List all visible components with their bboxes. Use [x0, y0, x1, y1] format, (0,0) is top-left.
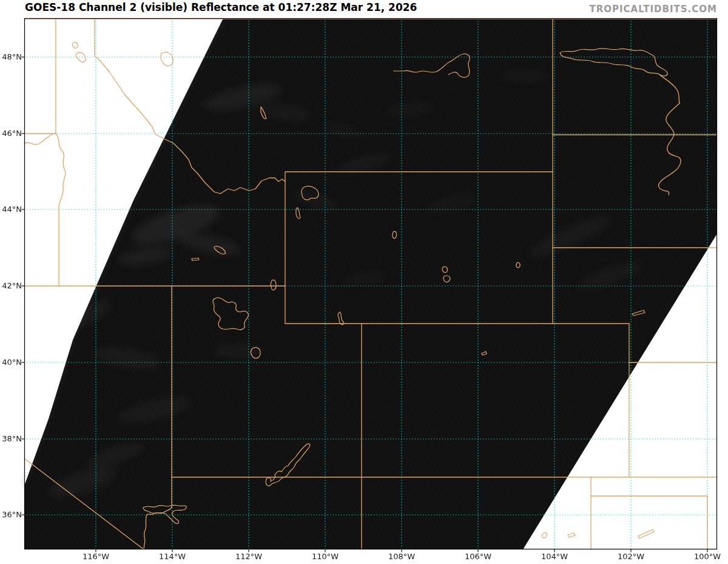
latitude-tick-label: 48°N — [0, 52, 22, 63]
latitude-tick-label: 38°N — [0, 433, 22, 444]
longitude-tick-label: 116°W — [76, 552, 115, 562]
longitude-tick-label: 112°W — [229, 552, 268, 562]
longitude-tick-label: 108°W — [382, 552, 421, 562]
latitude-tick-label: 44°N — [0, 204, 22, 215]
latitude-tick-label: 46°N — [0, 128, 22, 139]
longitude-tick-label: 104°W — [535, 552, 574, 562]
tropicaltidbits-watermark: TROPICALTIDBITS.COM — [590, 4, 718, 15]
page: { "header": { "title": "GOES-18 Channel … — [0, 0, 728, 564]
map-title: GOES-18 Channel 2 (visible) Reflectance … — [25, 1, 417, 13]
map-canvas — [24, 18, 717, 549]
latitude-tick-label: 36°N — [0, 509, 22, 520]
longitude-tick-label: 110°W — [306, 552, 345, 562]
longitude-tick-label: 100°W — [688, 552, 727, 562]
satellite-map-plot — [24, 18, 717, 549]
longitude-tick-label: 114°W — [153, 552, 192, 562]
cloud-wisp — [499, 70, 550, 82]
cloud-wisp — [214, 344, 262, 358]
longitude-tick-label: 102°W — [612, 552, 650, 562]
latitude-tick-label: 42°N — [0, 280, 22, 291]
longitude-tick-label: 106°W — [459, 552, 497, 562]
latitude-tick-label: 40°N — [0, 357, 22, 368]
